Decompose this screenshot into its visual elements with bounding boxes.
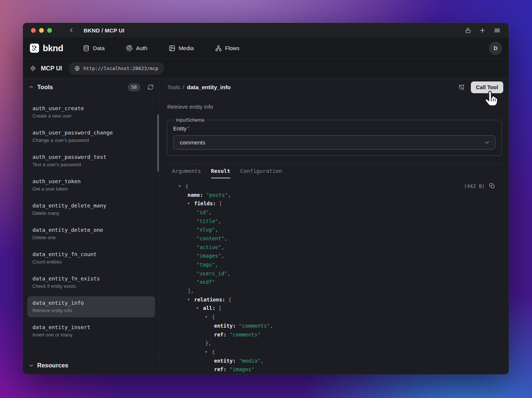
tool-name: auth_user_create [32,105,150,111]
tool-name: auth_user_password_change [32,130,150,136]
title-bar: BKND / MCP UI [23,23,509,38]
caret-down-icon[interactable]: ▼ [179,184,185,188]
chevron-down-icon [28,363,34,368]
maximize-window-button[interactable] [47,28,52,33]
result-tabs: ArgumentsResultConfiguration [167,164,502,178]
tool-name: data_entity_fn_exists [32,276,150,282]
json-line: ref: "images" [167,365,502,374]
json-line: "active", [167,243,502,252]
nav-item-label: Media [179,45,194,51]
back-icon[interactable] [68,27,75,34]
json-line: ], [167,286,502,295]
json-line: ▼{ [167,348,502,356]
minimize-window-button[interactable] [39,28,44,33]
call-tool-button[interactable]: Call Tool [471,81,503,93]
tool-list-item-auth_user_create[interactable]: auth_user_createCreate a new user [27,102,155,123]
tool-list-item-auth_user_password_change[interactable]: auth_user_password_changeChange a user's… [27,126,155,147]
user-avatar[interactable]: D [489,42,502,55]
window-title: BKND / MCP UI [84,27,125,34]
resources-section-header[interactable]: Resources [23,356,160,374]
tool-name: data_entity_delete_one [32,227,150,233]
tool-desc: Count entities [32,259,150,265]
json-line: "users_id", [167,269,502,278]
tool-desc: Get a user token [32,186,150,192]
copy-icon[interactable] [489,183,495,189]
tool-list-item-data_entity_delete_many[interactable]: data_entity_delete_manyDelete many [27,199,155,220]
select-chevron-down-icon [484,140,490,146]
nav-items: DataAuthMediaFlows [83,45,239,52]
json-line: ▼fields: [ [167,199,502,208]
tool-name: data_entity_delete_many [32,203,150,209]
json-line: ref: "comments" [167,330,502,339]
tool-list-item-data_entity_info[interactable]: data_entity_infoRetrieve entity info [27,296,155,317]
nav-item-flows[interactable]: Flows [215,45,239,52]
entity-field-label: Entity* [173,126,496,132]
menu-icon[interactable] [494,27,501,34]
caret-down-icon[interactable]: ▼ [205,350,212,354]
tab-configuration[interactable]: Configuration [240,164,282,178]
entity-select[interactable]: comments [173,135,496,150]
tool-desc: Delete one [32,235,150,240]
tool-detail-panel: Tools / data_entity_info Call Tool Retri… [160,78,509,374]
tool-list-item-data_entity_insert[interactable]: data_entity_insertInsert one or many [27,321,155,342]
brand-logo[interactable]: bknd [29,43,63,53]
traffic-lights [31,28,52,33]
sidebar-scrollbar[interactable] [157,114,159,172]
entity-select-value: comments [180,139,484,146]
flow-icon [215,45,222,52]
lock-open-icon[interactable] [465,27,471,34]
tools-section-header[interactable]: Tools 50 [23,78,160,97]
caret-down-icon[interactable]: ▼ [205,315,212,319]
json-line: name: "posts", [167,191,502,199]
tool-desc: Change a user's password [32,137,150,143]
json-line: ▼relations: { [167,295,502,304]
json-line: "id", [167,208,502,217]
nav-item-auth[interactable]: Auth [126,45,147,52]
nav-item-label: Data [93,45,105,51]
json-line: }, [167,339,502,348]
image-icon [169,45,175,52]
json-line: "slug", [167,225,502,234]
mcp-subheader: MCP UI http://localhost:28623/mcp [23,59,509,78]
caret-down-icon[interactable]: ▼ [188,298,194,301]
app-navbar: bknd DataAuthMediaFlows D [23,38,509,59]
bknd-logo-icon [29,43,39,53]
tool-list-item-data_entity_fn_count[interactable]: data_entity_fn_countCount entities [27,248,155,269]
close-window-button[interactable] [31,28,36,33]
server-url-pill[interactable]: http://localhost:28623/mcp [69,62,164,75]
fingerprint-icon [126,45,133,52]
tool-desc: Retrieve entity info [32,308,150,313]
new-tab-icon[interactable] [479,27,486,34]
breadcrumb-current: data_entity_info [187,84,231,91]
json-line: "tags", [167,260,502,269]
tool-list-item-data_entity_fn_exists[interactable]: data_entity_fn_existsCheck if entity exi… [27,272,155,293]
breadcrumb-section[interactable]: Tools [167,84,180,90]
tool-desc: Create a new user [32,113,150,119]
nav-item-label: Auth [136,45,147,51]
mcp-layers-icon [29,65,36,72]
caret-down-icon[interactable]: ▼ [196,306,203,310]
tool-desc: Test a user's password [32,162,150,167]
result-viewer: (442 B) ▼{name: "posts",▼fields: ["id","… [167,178,502,374]
caret-down-icon[interactable]: ▼ [188,202,194,205]
refresh-icon[interactable] [147,84,154,90]
tool-list-item-data_entity_delete_one[interactable]: data_entity_delete_oneDelete one [27,223,155,244]
tool-list-item-auth_user_token[interactable]: auth_user_tokenGet a user token [27,175,155,196]
page-title: MCP UI [41,65,62,72]
tool-name: data_entity_fn_count [32,251,150,257]
tool-list-item-auth_user_password_test[interactable]: auth_user_password_testTest a user's pas… [27,150,155,171]
auto-refresh-off-icon[interactable] [458,84,465,91]
json-line: "title", [167,217,502,226]
tools-sidebar: Tools 50 auth_user_createCreate a new us… [23,78,160,374]
globe-icon [74,66,80,71]
json-line: entity: "comments", [167,321,502,330]
tool-name: data_entity_info [32,300,150,306]
nav-item-media[interactable]: Media [169,45,194,52]
tool-list: auth_user_createCreate a new userauth_us… [23,97,160,356]
input-schema-legend: InputSchema [174,117,207,123]
tab-arguments[interactable]: Arguments [172,164,201,178]
json-line: ▼{ [167,313,502,321]
nav-item-data[interactable]: Data [83,45,105,52]
app-window: BKND / MCP UI bknd DataAuthMediaFlows D [23,23,509,374]
tab-result[interactable]: Result [211,164,230,178]
